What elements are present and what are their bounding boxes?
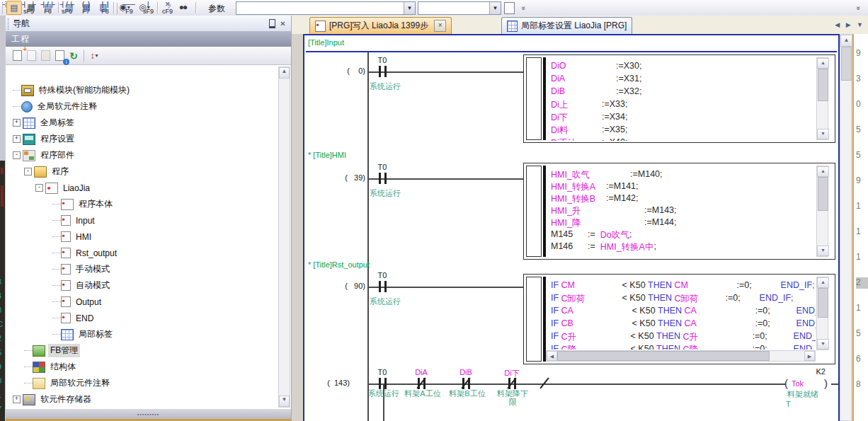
scrollbar-thumb[interactable] bbox=[818, 177, 828, 211]
scroll-up-icon[interactable]: ▲ bbox=[817, 58, 829, 69]
find-icon[interactable]: ◎▾ bbox=[137, 0, 152, 14]
paste-button[interactable] bbox=[38, 49, 52, 63]
tree-item-全局软元件注释[interactable]: 全局软元件注释 bbox=[13, 98, 99, 115]
pagesm-icon bbox=[61, 296, 71, 307]
scrollbar-thumb[interactable] bbox=[841, 47, 852, 81]
scrollbar-thumb[interactable] bbox=[818, 288, 828, 318]
close-icon[interactable]: × bbox=[434, 20, 446, 32]
tree-item-软元件存储器[interactable]: +软元件存储器 bbox=[13, 391, 93, 408]
scroll-right-icon[interactable]: ▶ bbox=[804, 351, 815, 361]
tree-item-结构体[interactable]: 结构体 bbox=[24, 359, 78, 375]
editor-scrollbar[interactable]: ▲ bbox=[840, 34, 852, 421]
scrollbar-thumb[interactable] bbox=[818, 69, 828, 101]
tree-item-Input[interactable]: Input bbox=[52, 212, 97, 229]
page-icon[interactable] bbox=[504, 2, 515, 14]
device-batch-monitor-button[interactable]: ▦ bbox=[79, 0, 93, 14]
tree-item-LiaoJia[interactable]: -LiaoJia bbox=[35, 180, 92, 196]
scroll-down-icon[interactable]: ▼ bbox=[817, 339, 829, 350]
scroll-down-icon[interactable]: ▼ bbox=[279, 396, 290, 407]
toolbar-overflow-icon[interactable]: » bbox=[854, 1, 863, 14]
help-icon[interactable]: ? bbox=[161, 0, 176, 14]
contact-device-label[interactable]: Di下 bbox=[498, 368, 525, 379]
expand-icon[interactable]: + bbox=[13, 396, 21, 403]
scroll-down-icon[interactable]: ▼ bbox=[817, 129, 829, 139]
tree-item-手动模式[interactable]: 手动模式 bbox=[52, 261, 112, 277]
scroll-up-icon[interactable]: ▲ bbox=[817, 277, 829, 288]
tree-item-END[interactable]: END bbox=[52, 310, 96, 326]
toolbar-grip[interactable] bbox=[2, 2, 6, 13]
ladder-editor[interactable]: [Title]Input ( 0) T0 系统运行 DiO:=X30;DiA:=… bbox=[303, 34, 840, 421]
scroll-up-icon[interactable]: ▲ bbox=[840, 35, 852, 47]
scroll-down-icon[interactable]: ▼ bbox=[817, 246, 829, 256]
tree-item-程序设置[interactable]: +程序设置 bbox=[13, 131, 76, 147]
panel-grip[interactable] bbox=[8, 18, 11, 30]
st-vertical-scrollbar[interactable]: ▲ ▼ bbox=[816, 166, 828, 257]
contact-device-label[interactable]: T0 bbox=[370, 368, 394, 376]
combobox-dropdown-icon[interactable]: ▼ bbox=[489, 2, 501, 14]
contact-device-label[interactable]: T0 bbox=[370, 163, 394, 171]
device-test-button[interactable]: ▧ bbox=[96, 0, 110, 14]
tab-ladder-program[interactable]: [PRG]写入 LiaoJia 1399步 × bbox=[309, 17, 452, 34]
module-config-button[interactable]: ▦ bbox=[24, 0, 38, 14]
refresh-button[interactable]: ↻ bbox=[67, 49, 81, 63]
scrollbar-thumb[interactable] bbox=[557, 351, 770, 361]
tree-item-全局标签[interactable]: +全局标签 bbox=[13, 115, 76, 131]
toolbar-overflow-icon[interactable]: » bbox=[519, 1, 528, 14]
tab-local-labels[interactable]: 局部标签设置 LiaoJia [PRG] bbox=[501, 17, 632, 34]
tree-item-Output[interactable]: Output bbox=[52, 294, 103, 310]
tree-item-自动模式[interactable]: 自动模式 bbox=[52, 277, 112, 294]
tree-item-HMI[interactable]: HMI bbox=[52, 229, 93, 245]
collapse-icon[interactable]: - bbox=[35, 184, 43, 192]
secondary-combobox[interactable]: ▼ bbox=[418, 1, 501, 15]
tab-navigation[interactable]: ◀ ▶ ▼ bbox=[835, 21, 865, 28]
st-inline-block[interactable]: IF CM< K50 THEN CM:=0;END_IF;IF C卸荷< K50… bbox=[523, 274, 835, 364]
scroll-up-icon[interactable]: ▲ bbox=[279, 67, 290, 79]
tree-item-FB管理[interactable]: FB管理 bbox=[24, 342, 80, 359]
contact-device-label[interactable]: T0 bbox=[370, 271, 394, 279]
section-title-hmi[interactable]: * [Title]HMI bbox=[308, 151, 346, 159]
background-window-right-edge[interactable]: 93055911121568 bbox=[852, 34, 868, 421]
st-horizontal-scrollbar[interactable]: ◀ ▶ bbox=[546, 350, 816, 362]
tree-item-Rst_output[interactable]: Rst_output bbox=[52, 245, 119, 261]
tree-item-程序本体[interactable]: 程序本体 bbox=[52, 196, 115, 212]
contact-device-label[interactable]: DiA bbox=[409, 368, 433, 376]
st-code-area[interactable]: IF CM< K50 THEN CM:=0;END_IF;IF C卸荷< K50… bbox=[549, 276, 816, 350]
coil-device-label[interactable]: Tok bbox=[792, 379, 813, 388]
tree-item-程序部件[interactable]: -程序部件 bbox=[13, 147, 76, 163]
project-tree-toggle-button[interactable]: ▤ bbox=[6, 1, 22, 15]
st-code-area[interactable]: HMI_吹气:=M140;HMI_转换A:=M141;HMI_转换B:=M142… bbox=[549, 165, 816, 258]
section-title-input[interactable]: [Title]Input bbox=[308, 38, 344, 47]
tree-item-局部标签[interactable]: 局部标签 bbox=[52, 326, 115, 342]
contact-device-label[interactable]: DiB bbox=[454, 368, 478, 376]
collapse-icon[interactable]: - bbox=[13, 151, 21, 159]
st-vertical-scrollbar[interactable]: ▲ ▼ bbox=[816, 277, 828, 350]
tree-scrollbar[interactable]: ▲ ▼ bbox=[278, 67, 290, 408]
scroll-up-icon[interactable]: ▲ bbox=[817, 166, 829, 177]
tree-item-特殊模块(智能功能模块)[interactable]: 特殊模块(智能功能模块) bbox=[13, 82, 132, 98]
st-code-area[interactable]: DiO:=X30;DiA:=X31;DiB:=X32;Di上:=X33;Di下:… bbox=[549, 57, 816, 141]
close-icon[interactable]: ✕ bbox=[278, 18, 288, 28]
st-inline-block[interactable]: HMI_吹气:=M140;HMI_转换A:=M141;HMI_转换B:=M142… bbox=[523, 163, 835, 260]
watch-icon[interactable]: ◉▾ bbox=[118, 0, 132, 14]
tree-item-程序[interactable]: -程序 bbox=[24, 163, 71, 180]
sort-button[interactable]: ↕▾ bbox=[87, 49, 101, 63]
combobox-dropdown-icon[interactable]: ▼ bbox=[404, 2, 415, 14]
expand-icon[interactable]: + bbox=[13, 135, 21, 143]
st-inline-block[interactable]: DiO:=X30;DiA:=X31;DiB:=X32;Di上:=X33;Di下:… bbox=[523, 54, 835, 143]
target-combobox[interactable]: ▼ bbox=[236, 1, 416, 15]
contact-device-label[interactable]: T0 bbox=[370, 56, 394, 64]
property-button[interactable]: i bbox=[52, 49, 67, 63]
binoculars-icon[interactable]: ●● bbox=[176, 0, 190, 14]
tree-item-局部软元件注释[interactable]: 局部软元件注释 bbox=[24, 375, 112, 391]
st-vertical-scrollbar[interactable]: ▲ ▼ bbox=[816, 57, 828, 140]
collapse-icon[interactable]: - bbox=[24, 168, 32, 175]
document-view-button[interactable]: ▤ bbox=[41, 0, 55, 14]
copy-button[interactable] bbox=[24, 49, 38, 63]
expand-icon[interactable]: + bbox=[13, 119, 21, 127]
new-item-button[interactable]: + bbox=[10, 49, 24, 63]
panel-splitter[interactable]: ▪▪▪▪▪▪▪▪▪ bbox=[6, 409, 291, 419]
section-title-rst-output[interactable]: * [Title]Rst_output bbox=[308, 260, 370, 269]
device-monitor-button[interactable]: ▥ bbox=[62, 0, 76, 14]
scroll-left-icon[interactable]: ◀ bbox=[547, 351, 557, 361]
pin-icon[interactable] bbox=[267, 18, 278, 28]
